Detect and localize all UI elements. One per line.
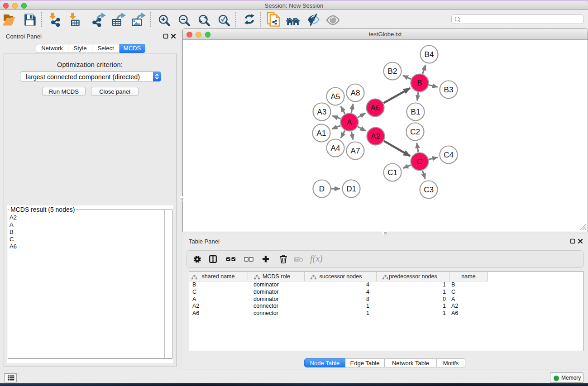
svg-text:B4: B4 [425,50,434,59]
svg-text:B2: B2 [388,67,397,76]
svg-text:A4: A4 [331,144,340,152]
svg-text:A8: A8 [351,89,360,97]
svg-text:C3: C3 [424,186,434,194]
svg-text:B1: B1 [411,108,421,116]
svg-text:D: D [319,185,325,193]
svg-text:C: C [417,157,422,166]
svg-text:A1: A1 [317,129,326,138]
svg-text:A7: A7 [351,147,360,155]
svg-text:C2: C2 [410,128,420,136]
svg-text:A: A [347,118,352,127]
svg-text:B3: B3 [444,86,454,94]
svg-text:D1: D1 [346,185,356,193]
svg-text:A6: A6 [371,104,380,112]
svg-text:A5: A5 [331,92,340,101]
svg-text:C1: C1 [387,168,397,177]
svg-text:C4: C4 [444,151,454,159]
svg-text:A3: A3 [317,108,327,116]
svg-text:B: B [417,79,422,87]
svg-text:A2: A2 [371,132,381,141]
